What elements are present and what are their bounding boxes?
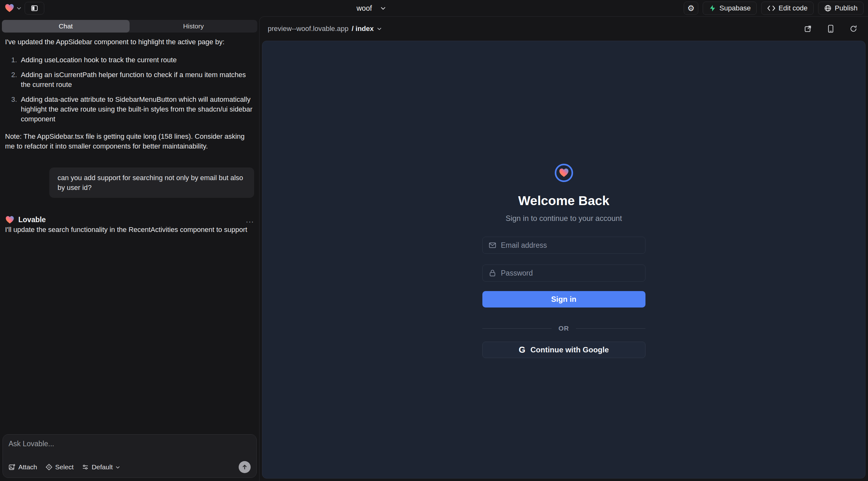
chat-messages[interactable]: I've updated the AppSidebar component to… [0, 33, 259, 234]
sliders-icon [82, 463, 89, 471]
preview-domain: preview--woof.lovable.app [268, 25, 349, 33]
edit-code-label: Edit code [779, 4, 808, 12]
preview-url[interactable]: preview--woof.lovable.app / index [268, 25, 382, 33]
select-button[interactable]: Select [45, 463, 74, 471]
globe-icon [824, 4, 832, 12]
chat-panel: Chat History I've updated the AppSidebar… [0, 17, 259, 481]
supabase-button[interactable]: Supabase [703, 2, 757, 15]
mode-selector[interactable]: Default [82, 463, 120, 471]
chevron-down-icon [17, 6, 22, 11]
edit-code-button[interactable]: Edit code [761, 2, 814, 15]
gear-icon: ⚙ [687, 4, 694, 12]
publish-label: Publish [835, 4, 858, 12]
preview-path: / index [352, 25, 374, 33]
code-icon [767, 5, 775, 12]
assistant-paragraph: I've updated the AppSidebar component to… [5, 37, 254, 47]
sidebar-panel-icon [31, 4, 38, 12]
chevron-down-icon [377, 26, 382, 31]
arrow-up-icon [242, 464, 248, 470]
google-button-label: Continue with Google [530, 345, 609, 354]
refresh-button[interactable] [847, 23, 860, 35]
refresh-icon [850, 25, 857, 33]
sign-in-button[interactable]: Sign in [483, 291, 646, 308]
chat-composer: Attach Select [3, 434, 257, 478]
select-label: Select [55, 463, 74, 471]
assistant-name: Lovable [18, 215, 46, 225]
app-preview: Welcome Back Sign in to continue to your… [262, 41, 865, 478]
login-card: Welcome Back Sign in to continue to your… [483, 41, 646, 358]
email-input[interactable] [501, 241, 640, 250]
continue-with-google-button[interactable]: G Continue with Google [483, 342, 646, 358]
settings-button[interactable]: ⚙ [684, 2, 698, 15]
preview-pane: preview--woof.lovable.app / index [259, 17, 868, 481]
lovable-heart-icon [4, 3, 14, 13]
preview-header: preview--woof.lovable.app / index [259, 17, 868, 41]
top-bar: woof ⚙ Supabase Edit code [0, 0, 868, 17]
lock-icon [488, 269, 497, 277]
list-item: Adding an isCurrentPath helper function … [19, 70, 254, 90]
lovable-avatar [5, 215, 14, 225]
publish-button[interactable]: Publish [818, 2, 864, 15]
send-button[interactable] [239, 461, 251, 473]
mobile-view-button[interactable] [825, 23, 837, 35]
envelope-icon [488, 241, 497, 249]
tab-history[interactable]: History [130, 20, 257, 33]
lovable-logo-menu[interactable] [4, 3, 22, 13]
login-title: Welcome Back [518, 193, 610, 208]
toggle-sidebar-button[interactable] [25, 2, 44, 14]
assistant-note: Note: The AppSidebar.tsx file is getting… [5, 131, 254, 151]
attach-label: Attach [18, 463, 37, 471]
assistant-paragraph: I'll update the search functionality in … [5, 225, 254, 234]
mode-label: Default [92, 463, 113, 471]
list-item: Adding useLocation hook to track the cur… [19, 55, 254, 65]
project-name: woof [356, 4, 372, 13]
numbered-list: Adding useLocation hook to track the cur… [19, 55, 254, 124]
chat-input[interactable] [8, 440, 251, 460]
user-message-bubble: can you add support for searching not on… [49, 167, 254, 198]
or-label: OR [559, 325, 569, 332]
heart-logo-icon [559, 167, 569, 178]
password-input[interactable] [501, 269, 640, 278]
app-logo [555, 164, 573, 182]
email-field[interactable] [483, 237, 646, 254]
list-item: Adding data-active attribute to SidebarM… [19, 95, 254, 124]
open-in-new-tab-button[interactable] [802, 23, 814, 35]
login-subtitle: Sign in to continue to your account [505, 214, 622, 223]
attach-image-icon [8, 463, 16, 471]
more-options-icon[interactable]: ... [246, 215, 254, 225]
chat-history-tabs: Chat History [2, 20, 257, 33]
google-g-icon: G [519, 345, 525, 355]
assistant-message: I've updated the AppSidebar component to… [5, 37, 254, 151]
tab-chat[interactable]: Chat [2, 20, 130, 33]
project-chevron-down-icon[interactable] [380, 5, 386, 11]
password-field[interactable] [483, 264, 646, 282]
assistant-header: Lovable ... [5, 215, 254, 225]
supabase-label: Supabase [719, 4, 751, 12]
select-target-icon [45, 463, 53, 471]
or-divider: OR [483, 325, 646, 332]
chevron-down-icon [115, 465, 120, 470]
supabase-icon [709, 4, 716, 12]
mobile-device-icon [827, 25, 834, 33]
attach-button[interactable]: Attach [8, 463, 37, 471]
external-link-icon [804, 25, 812, 33]
assistant-message: I'll update the search functionality in … [5, 225, 254, 234]
